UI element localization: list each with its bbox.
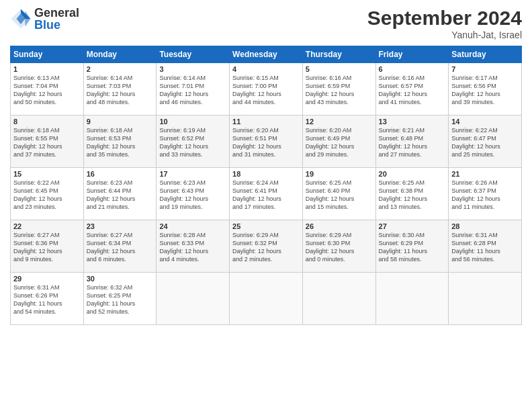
day-number: 26 xyxy=(306,222,373,230)
day-number: 3 xyxy=(159,65,226,73)
calendar-cell: 24Sunrise: 6:28 AM Sunset: 6:33 PM Dayli… xyxy=(157,220,230,273)
calendar-cell xyxy=(157,273,230,325)
col-wednesday: Wednesday xyxy=(230,46,303,63)
calendar-week-row: 8Sunrise: 6:18 AM Sunset: 6:55 PM Daylig… xyxy=(11,116,522,168)
calendar-cell: 19Sunrise: 6:25 AM Sunset: 6:40 PM Dayli… xyxy=(302,168,375,220)
day-number: 25 xyxy=(232,222,300,230)
day-number: 10 xyxy=(159,118,226,126)
day-number: 23 xyxy=(87,222,154,230)
calendar-cell: 27Sunrise: 6:30 AM Sunset: 6:29 PM Dayli… xyxy=(375,220,449,273)
day-number: 11 xyxy=(232,118,300,126)
day-info: Sunrise: 6:24 AM Sunset: 6:41 PM Dayligh… xyxy=(232,179,300,212)
calendar-cell: 20Sunrise: 6:25 AM Sunset: 6:38 PM Dayli… xyxy=(375,168,449,220)
day-number: 30 xyxy=(87,275,154,283)
day-info: Sunrise: 6:14 AM Sunset: 7:03 PM Dayligh… xyxy=(87,74,154,107)
day-info: Sunrise: 6:28 AM Sunset: 6:33 PM Dayligh… xyxy=(159,231,226,264)
col-friday: Friday xyxy=(375,46,449,63)
day-number: 27 xyxy=(379,222,446,230)
day-number: 13 xyxy=(379,118,446,126)
day-info: Sunrise: 6:18 AM Sunset: 6:53 PM Dayligh… xyxy=(87,126,154,159)
day-info: Sunrise: 6:15 AM Sunset: 7:00 PM Dayligh… xyxy=(232,74,300,107)
day-number: 22 xyxy=(13,222,81,230)
day-info: Sunrise: 6:26 AM Sunset: 6:37 PM Dayligh… xyxy=(451,179,519,212)
calendar-cell: 2Sunrise: 6:14 AM Sunset: 7:03 PM Daylig… xyxy=(83,63,157,116)
day-number: 5 xyxy=(306,65,373,73)
col-tuesday: Tuesday xyxy=(157,46,230,63)
day-info: Sunrise: 6:31 AM Sunset: 6:28 PM Dayligh… xyxy=(451,231,519,264)
calendar-cell: 22Sunrise: 6:27 AM Sunset: 6:36 PM Dayli… xyxy=(11,220,84,273)
calendar-cell: 6Sunrise: 6:16 AM Sunset: 6:57 PM Daylig… xyxy=(375,63,449,116)
calendar-cell xyxy=(302,273,375,325)
calendar-cell: 28Sunrise: 6:31 AM Sunset: 6:28 PM Dayli… xyxy=(449,220,522,273)
calendar-cell xyxy=(449,273,522,325)
calendar-cell: 4Sunrise: 6:15 AM Sunset: 7:00 PM Daylig… xyxy=(230,63,303,116)
day-info: Sunrise: 6:29 AM Sunset: 6:30 PM Dayligh… xyxy=(306,231,373,264)
day-info: Sunrise: 6:13 AM Sunset: 7:04 PM Dayligh… xyxy=(13,74,81,107)
day-info: Sunrise: 6:22 AM Sunset: 6:47 PM Dayligh… xyxy=(451,126,519,159)
day-number: 28 xyxy=(451,222,519,230)
calendar-cell: 1Sunrise: 6:13 AM Sunset: 7:04 PM Daylig… xyxy=(11,63,84,116)
calendar-cell: 8Sunrise: 6:18 AM Sunset: 6:55 PM Daylig… xyxy=(11,116,84,168)
calendar-cell: 21Sunrise: 6:26 AM Sunset: 6:37 PM Dayli… xyxy=(449,168,522,220)
calendar-cell: 9Sunrise: 6:18 AM Sunset: 6:53 PM Daylig… xyxy=(83,116,157,168)
calendar-cell: 25Sunrise: 6:29 AM Sunset: 6:32 PM Dayli… xyxy=(230,220,303,273)
calendar-cell: 15Sunrise: 6:22 AM Sunset: 6:45 PM Dayli… xyxy=(11,168,84,220)
logo-icon xyxy=(10,8,32,30)
calendar-cell: 12Sunrise: 6:20 AM Sunset: 6:49 PM Dayli… xyxy=(302,116,375,168)
day-info: Sunrise: 6:27 AM Sunset: 6:36 PM Dayligh… xyxy=(13,231,81,264)
calendar-cell: 16Sunrise: 6:23 AM Sunset: 6:44 PM Dayli… xyxy=(83,168,157,220)
logo-general-text: General xyxy=(34,7,79,19)
day-number: 12 xyxy=(306,118,373,126)
day-number: 20 xyxy=(379,170,446,178)
day-info: Sunrise: 6:18 AM Sunset: 6:55 PM Dayligh… xyxy=(13,126,81,159)
calendar-week-row: 15Sunrise: 6:22 AM Sunset: 6:45 PM Dayli… xyxy=(11,168,522,220)
day-info: Sunrise: 6:29 AM Sunset: 6:32 PM Dayligh… xyxy=(232,231,300,264)
day-info: Sunrise: 6:19 AM Sunset: 6:52 PM Dayligh… xyxy=(159,126,226,159)
calendar-cell: 5Sunrise: 6:16 AM Sunset: 6:59 PM Daylig… xyxy=(302,63,375,116)
month-title: September 2024 xyxy=(367,7,522,30)
day-info: Sunrise: 6:21 AM Sunset: 6:48 PM Dayligh… xyxy=(379,126,446,159)
day-info: Sunrise: 6:23 AM Sunset: 6:44 PM Dayligh… xyxy=(87,179,154,212)
day-info: Sunrise: 6:25 AM Sunset: 6:38 PM Dayligh… xyxy=(379,179,446,212)
day-number: 9 xyxy=(87,118,154,126)
day-number: 15 xyxy=(13,170,81,178)
day-number: 7 xyxy=(451,65,519,73)
calendar-cell: 30Sunrise: 6:32 AM Sunset: 6:25 PM Dayli… xyxy=(83,273,157,325)
day-number: 29 xyxy=(13,275,81,283)
calendar-cell: 26Sunrise: 6:29 AM Sunset: 6:30 PM Dayli… xyxy=(302,220,375,273)
calendar-cell: 17Sunrise: 6:23 AM Sunset: 6:43 PM Dayli… xyxy=(157,168,230,220)
calendar-cell: 11Sunrise: 6:20 AM Sunset: 6:51 PM Dayli… xyxy=(230,116,303,168)
day-number: 4 xyxy=(232,65,300,73)
day-info: Sunrise: 6:17 AM Sunset: 6:56 PM Dayligh… xyxy=(451,74,519,107)
day-number: 21 xyxy=(451,170,519,178)
title-area: September 2024 Yanuh-Jat, Israel xyxy=(367,7,522,40)
calendar-cell: 10Sunrise: 6:19 AM Sunset: 6:52 PM Dayli… xyxy=(157,116,230,168)
logo-blue-text: Blue xyxy=(34,19,79,31)
calendar-cell: 23Sunrise: 6:27 AM Sunset: 6:34 PM Dayli… xyxy=(83,220,157,273)
col-saturday: Saturday xyxy=(449,46,522,63)
calendar-header-row: Sunday Monday Tuesday Wednesday Thursday… xyxy=(11,46,522,63)
day-info: Sunrise: 6:30 AM Sunset: 6:29 PM Dayligh… xyxy=(379,231,446,264)
calendar-week-row: 1Sunrise: 6:13 AM Sunset: 7:04 PM Daylig… xyxy=(11,63,522,116)
calendar-cell: 7Sunrise: 6:17 AM Sunset: 6:56 PM Daylig… xyxy=(449,63,522,116)
day-number: 6 xyxy=(379,65,446,73)
calendar-cell: 18Sunrise: 6:24 AM Sunset: 6:41 PM Dayli… xyxy=(230,168,303,220)
day-info: Sunrise: 6:20 AM Sunset: 6:51 PM Dayligh… xyxy=(232,126,300,159)
calendar-cell xyxy=(375,273,449,325)
calendar-cell: 14Sunrise: 6:22 AM Sunset: 6:47 PM Dayli… xyxy=(449,116,522,168)
day-info: Sunrise: 6:32 AM Sunset: 6:25 PM Dayligh… xyxy=(87,283,154,316)
logo-text: General Blue xyxy=(34,7,79,31)
day-number: 17 xyxy=(159,170,226,178)
calendar-table: Sunday Monday Tuesday Wednesday Thursday… xyxy=(10,46,522,325)
day-info: Sunrise: 6:25 AM Sunset: 6:40 PM Dayligh… xyxy=(306,179,373,212)
day-number: 14 xyxy=(451,118,519,126)
calendar-cell: 3Sunrise: 6:14 AM Sunset: 7:01 PM Daylig… xyxy=(157,63,230,116)
day-info: Sunrise: 6:14 AM Sunset: 7:01 PM Dayligh… xyxy=(159,74,226,107)
day-info: Sunrise: 6:23 AM Sunset: 6:43 PM Dayligh… xyxy=(159,179,226,212)
day-info: Sunrise: 6:22 AM Sunset: 6:45 PM Dayligh… xyxy=(13,179,81,212)
day-info: Sunrise: 6:31 AM Sunset: 6:26 PM Dayligh… xyxy=(13,283,81,316)
calendar-week-row: 22Sunrise: 6:27 AM Sunset: 6:36 PM Dayli… xyxy=(11,220,522,273)
location-subtitle: Yanuh-Jat, Israel xyxy=(367,30,522,40)
day-info: Sunrise: 6:16 AM Sunset: 6:59 PM Dayligh… xyxy=(306,74,373,107)
day-number: 1 xyxy=(13,65,81,73)
